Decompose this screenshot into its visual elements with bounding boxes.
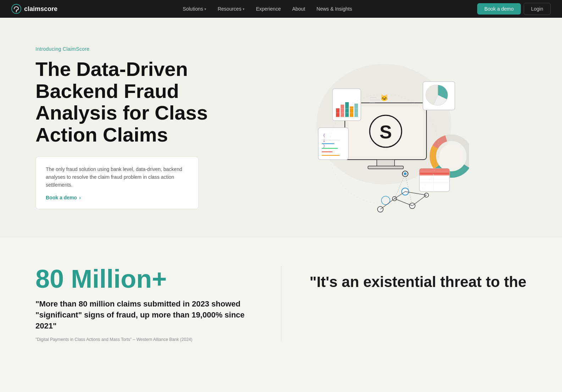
hero-card: The only fraud solution using bank level… (35, 156, 199, 209)
nav-links: Solutions ▾ Resources ▾ Experience About… (178, 4, 357, 14)
stat-number: 80 Million+ (35, 266, 253, 292)
stat-left: 80 Million+ "More than 80 million claims… (35, 266, 281, 342)
svg-rect-13 (341, 105, 344, 117)
svg-point-1 (16, 11, 17, 12)
svg-line-55 (412, 195, 426, 206)
nav-item-solutions[interactable]: Solutions ▾ (178, 4, 211, 14)
login-button[interactable]: Login (524, 3, 551, 15)
hero-section: Introducing ClaimScore The Data-Driven B… (0, 18, 562, 238)
navigation: claimscore Solutions ▾ Resources ▾ Exper… (0, 0, 562, 18)
hero-description: The only fraud solution using bank level… (46, 165, 188, 189)
nav-item-about[interactable]: About (288, 4, 309, 14)
chevron-down-icon: ▾ (204, 7, 206, 11)
svg-point-50 (381, 196, 390, 205)
hero-content: Introducing ClaimScore The Data-Driven B… (35, 46, 241, 209)
nav-item-resources[interactable]: Resources ▾ (213, 4, 249, 14)
hero-title: The Data-Driven Backend Fraud Analysis f… (35, 58, 241, 145)
hero-cta-link[interactable]: Book a demo › (46, 195, 188, 200)
svg-rect-16 (354, 104, 358, 117)
stat-right: "It's an existential threat to the (281, 266, 527, 342)
chevron-down-icon: ▾ (243, 7, 244, 11)
nav-item-experience[interactable]: Experience (252, 4, 285, 14)
svg-rect-6 (368, 166, 403, 169)
hero-illustration: S (241, 39, 527, 216)
hero-illustration-svg: S (299, 43, 469, 213)
hero-intro-text: Introducing ClaimScore (35, 46, 241, 52)
stat-right-quote: "It's an existential threat to the (310, 273, 527, 291)
stats-section: 80 Million+ "More than 80 million claims… (0, 238, 562, 370)
arrow-icon: › (79, 195, 81, 200)
svg-line-54 (395, 199, 412, 206)
svg-text:}: } (323, 144, 325, 148)
svg-text:i: i (323, 138, 325, 143)
svg-rect-5 (377, 160, 395, 167)
svg-text:🐱: 🐱 (380, 94, 389, 102)
nav-item-news[interactable]: News & Insights (312, 4, 356, 14)
logo-link[interactable]: claimscore (11, 4, 57, 14)
svg-rect-37 (419, 173, 450, 176)
logo-text: claimscore (24, 5, 57, 13)
nav-actions: Book a demo Login (477, 3, 551, 15)
stat-quote: "More than 80 million claims submitted i… (35, 299, 253, 331)
svg-text:S: S (380, 122, 392, 142)
svg-text:{: { (323, 133, 325, 138)
stat-source: "Digital Payments in Class Actions and M… (35, 337, 253, 342)
logo-icon (11, 4, 21, 14)
book-demo-button[interactable]: Book a demo (477, 3, 521, 15)
svg-point-25 (439, 144, 463, 168)
svg-rect-15 (350, 106, 353, 117)
